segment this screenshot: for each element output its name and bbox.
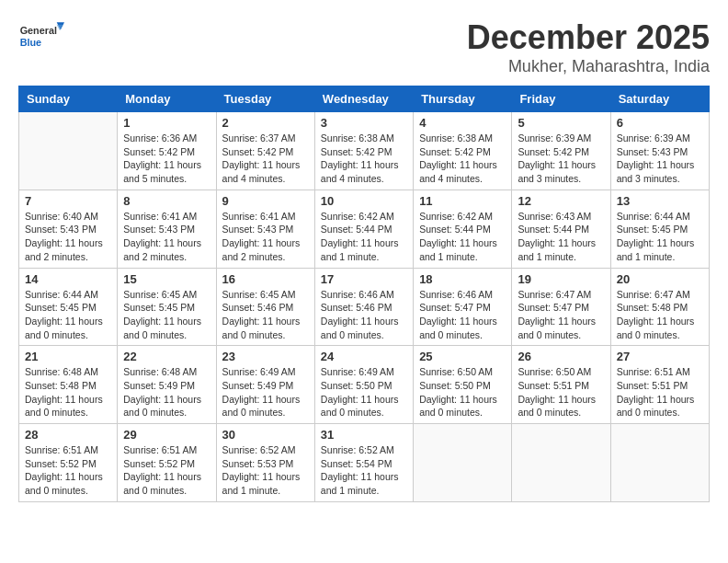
day-info: Sunrise: 6:48 AMSunset: 5:49 PMDaylight:… xyxy=(123,365,210,419)
logo-icon: General Blue xyxy=(18,18,64,55)
day-number: 2 xyxy=(222,116,309,130)
calendar-cell: 24Sunrise: 6:49 AMSunset: 5:50 PMDayligh… xyxy=(314,346,413,424)
calendar-cell: 11Sunrise: 6:42 AMSunset: 5:44 PMDayligh… xyxy=(414,190,512,268)
month-title: December 2025 xyxy=(467,18,710,57)
calendar-cell: 7Sunrise: 6:40 AMSunset: 5:43 PMDaylight… xyxy=(19,190,118,268)
day-info: Sunrise: 6:45 AMSunset: 5:46 PMDaylight:… xyxy=(222,288,309,342)
day-number: 12 xyxy=(518,194,604,208)
week-row-0: 1Sunrise: 6:36 AMSunset: 5:42 PMDaylight… xyxy=(19,112,710,190)
calendar-cell: 18Sunrise: 6:46 AMSunset: 5:47 PMDayligh… xyxy=(414,268,512,346)
calendar-cell: 16Sunrise: 6:45 AMSunset: 5:46 PMDayligh… xyxy=(216,268,314,346)
day-info: Sunrise: 6:40 AMSunset: 5:43 PMDaylight:… xyxy=(25,210,111,264)
day-number: 4 xyxy=(419,116,506,130)
header: General Blue December 2025 Mukher, Mahar… xyxy=(18,18,710,76)
day-number: 21 xyxy=(25,350,111,363)
calendar-cell: 21Sunrise: 6:48 AMSunset: 5:48 PMDayligh… xyxy=(19,346,118,424)
day-info: Sunrise: 6:49 AMSunset: 5:49 PMDaylight:… xyxy=(222,365,309,419)
calendar-cell: 26Sunrise: 6:50 AMSunset: 5:51 PMDayligh… xyxy=(512,346,610,424)
svg-text:General: General xyxy=(20,25,57,36)
day-info: Sunrise: 6:42 AMSunset: 5:44 PMDaylight:… xyxy=(321,210,407,264)
day-info: Sunrise: 6:38 AMSunset: 5:42 PMDaylight:… xyxy=(321,132,407,186)
weekday-header-wednesday: Wednesday xyxy=(314,86,413,112)
calendar-cell: 19Sunrise: 6:47 AMSunset: 5:47 PMDayligh… xyxy=(512,268,610,346)
calendar-cell: 22Sunrise: 6:48 AMSunset: 5:49 PMDayligh… xyxy=(118,346,216,424)
day-number: 24 xyxy=(321,350,407,363)
week-row-1: 7Sunrise: 6:40 AMSunset: 5:43 PMDaylight… xyxy=(19,190,710,268)
calendar-cell: 23Sunrise: 6:49 AMSunset: 5:49 PMDayligh… xyxy=(216,346,314,424)
day-number: 28 xyxy=(25,428,111,442)
day-number: 9 xyxy=(222,194,309,208)
calendar-cell: 5Sunrise: 6:39 AMSunset: 5:42 PMDaylight… xyxy=(512,112,610,190)
calendar-cell: 20Sunrise: 6:47 AMSunset: 5:48 PMDayligh… xyxy=(610,268,709,346)
day-info: Sunrise: 6:47 AMSunset: 5:48 PMDaylight:… xyxy=(617,288,703,342)
logo: General Blue xyxy=(18,18,64,55)
day-info: Sunrise: 6:42 AMSunset: 5:44 PMDaylight:… xyxy=(419,210,506,264)
day-info: Sunrise: 6:37 AMSunset: 5:42 PMDaylight:… xyxy=(222,132,309,186)
day-number: 26 xyxy=(518,350,604,363)
calendar-cell xyxy=(19,112,118,190)
calendar-cell xyxy=(610,424,709,502)
calendar-cell: 9Sunrise: 6:41 AMSunset: 5:43 PMDaylight… xyxy=(216,190,314,268)
day-info: Sunrise: 6:43 AMSunset: 5:44 PMDaylight:… xyxy=(518,210,604,264)
day-number: 19 xyxy=(518,272,604,286)
day-number: 18 xyxy=(419,272,506,286)
day-number: 7 xyxy=(25,194,111,208)
calendar-cell xyxy=(512,424,610,502)
calendar-cell: 1Sunrise: 6:36 AMSunset: 5:42 PMDaylight… xyxy=(118,112,216,190)
day-number: 16 xyxy=(222,272,309,286)
calendar-cell: 29Sunrise: 6:51 AMSunset: 5:52 PMDayligh… xyxy=(118,424,216,502)
calendar-cell: 15Sunrise: 6:45 AMSunset: 5:45 PMDayligh… xyxy=(118,268,216,346)
calendar-cell: 10Sunrise: 6:42 AMSunset: 5:44 PMDayligh… xyxy=(314,190,413,268)
weekday-header-monday: Monday xyxy=(118,86,216,112)
day-info: Sunrise: 6:50 AMSunset: 5:51 PMDaylight:… xyxy=(518,365,604,419)
svg-marker-3 xyxy=(57,25,63,31)
day-info: Sunrise: 6:47 AMSunset: 5:47 PMDaylight:… xyxy=(518,288,604,342)
day-info: Sunrise: 6:51 AMSunset: 5:52 PMDaylight:… xyxy=(25,443,111,498)
day-info: Sunrise: 6:51 AMSunset: 5:51 PMDaylight:… xyxy=(617,365,703,419)
day-info: Sunrise: 6:39 AMSunset: 5:42 PMDaylight:… xyxy=(518,132,604,186)
week-row-4: 28Sunrise: 6:51 AMSunset: 5:52 PMDayligh… xyxy=(19,424,710,502)
calendar-cell: 3Sunrise: 6:38 AMSunset: 5:42 PMDaylight… xyxy=(314,112,413,190)
day-number: 20 xyxy=(617,272,703,286)
day-info: Sunrise: 6:52 AMSunset: 5:54 PMDaylight:… xyxy=(321,443,407,498)
calendar-cell: 4Sunrise: 6:38 AMSunset: 5:42 PMDaylight… xyxy=(414,112,512,190)
day-info: Sunrise: 6:49 AMSunset: 5:50 PMDaylight:… xyxy=(321,365,407,419)
day-number: 1 xyxy=(123,116,210,130)
day-info: Sunrise: 6:39 AMSunset: 5:43 PMDaylight:… xyxy=(617,132,703,186)
day-number: 31 xyxy=(321,428,407,442)
day-number: 11 xyxy=(419,194,506,208)
day-number: 23 xyxy=(222,350,309,363)
day-info: Sunrise: 6:48 AMSunset: 5:48 PMDaylight:… xyxy=(25,365,111,419)
day-info: Sunrise: 6:44 AMSunset: 5:45 PMDaylight:… xyxy=(25,288,111,342)
calendar-cell: 30Sunrise: 6:52 AMSunset: 5:53 PMDayligh… xyxy=(216,424,314,502)
day-info: Sunrise: 6:44 AMSunset: 5:45 PMDaylight:… xyxy=(617,210,703,264)
calendar-cell: 27Sunrise: 6:51 AMSunset: 5:51 PMDayligh… xyxy=(610,346,709,424)
weekday-header-thursday: Thursday xyxy=(414,86,512,112)
day-info: Sunrise: 6:41 AMSunset: 5:43 PMDaylight:… xyxy=(123,210,210,264)
title-area: December 2025 Mukher, Maharashtra, India xyxy=(467,18,710,76)
calendar-cell xyxy=(414,424,512,502)
calendar-cell: 31Sunrise: 6:52 AMSunset: 5:54 PMDayligh… xyxy=(314,424,413,502)
day-info: Sunrise: 6:52 AMSunset: 5:53 PMDaylight:… xyxy=(222,443,309,498)
day-number: 22 xyxy=(123,350,210,363)
calendar-cell: 12Sunrise: 6:43 AMSunset: 5:44 PMDayligh… xyxy=(512,190,610,268)
weekday-header-row: SundayMondayTuesdayWednesdayThursdayFrid… xyxy=(19,86,710,112)
day-number: 25 xyxy=(419,350,506,363)
day-number: 3 xyxy=(321,116,407,130)
day-info: Sunrise: 6:41 AMSunset: 5:43 PMDaylight:… xyxy=(222,210,309,264)
day-number: 14 xyxy=(25,272,111,286)
weekday-header-friday: Friday xyxy=(512,86,610,112)
location-title: Mukher, Maharashtra, India xyxy=(467,57,710,76)
weekday-header-tuesday: Tuesday xyxy=(216,86,314,112)
day-number: 29 xyxy=(123,428,210,442)
day-number: 8 xyxy=(123,194,210,208)
day-number: 15 xyxy=(123,272,210,286)
day-info: Sunrise: 6:36 AMSunset: 5:42 PMDaylight:… xyxy=(123,132,210,186)
calendar-cell: 28Sunrise: 6:51 AMSunset: 5:52 PMDayligh… xyxy=(19,424,118,502)
day-number: 6 xyxy=(617,116,703,130)
calendar-table: SundayMondayTuesdayWednesdayThursdayFrid… xyxy=(18,86,710,502)
calendar-cell: 14Sunrise: 6:44 AMSunset: 5:45 PMDayligh… xyxy=(19,268,118,346)
day-number: 17 xyxy=(321,272,407,286)
calendar-cell: 8Sunrise: 6:41 AMSunset: 5:43 PMDaylight… xyxy=(118,190,216,268)
calendar-cell: 2Sunrise: 6:37 AMSunset: 5:42 PMDaylight… xyxy=(216,112,314,190)
